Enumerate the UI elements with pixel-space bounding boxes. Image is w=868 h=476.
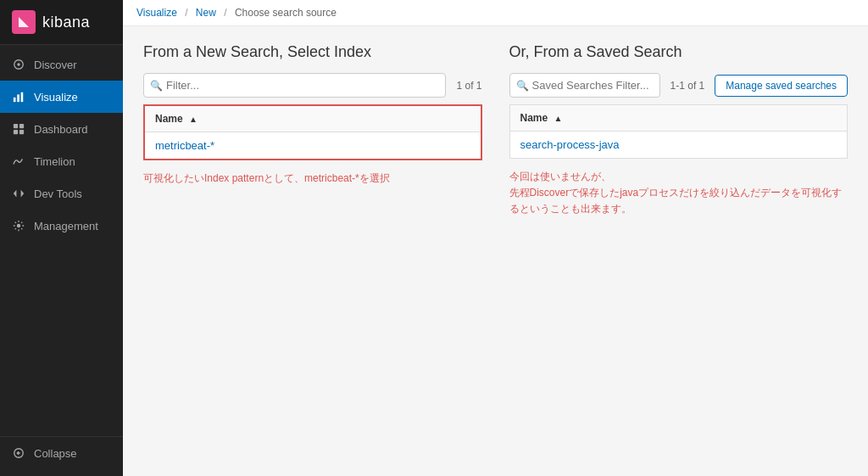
breadcrumb-sep-1: / [185,7,187,19]
manage-saved-searches-button[interactable]: Manage saved searches [715,75,848,97]
saved-annotation-line2: 先程Discoverで保存したjavaプロセスだけを絞り込んだデータを可視化する… [509,187,843,215]
sidebar-nav: Discover Visualize Dashboard Timelion [0,45,123,436]
saved-search-panel: Or, From a Saved Search 🔍 1-1 of 1 Manag… [509,43,849,218]
sidebar-item-management-label: Management [34,220,98,232]
saved-table-header: Name ▲ [509,105,848,132]
saved-name-col-header[interactable]: Name ▲ [509,105,848,132]
index-table: Name ▲ metricbeat-* [143,104,482,160]
new-search-title: From a New Search, Select Index [143,43,482,61]
new-search-annotation: 可視化したいIndex patternとして、metricbeat-*を選択 [143,171,482,187]
collapse-icon [12,446,25,460]
saved-search-filter-input[interactable] [509,73,660,98]
discover-icon [12,58,25,71]
breadcrumb-new[interactable]: New [196,7,216,19]
sidebar-item-visualize[interactable]: Visualize [0,81,123,113]
svg-rect-6 [21,92,24,102]
sidebar-logo-text: kibana [42,14,90,31]
new-search-filter-row: 🔍 1 of 1 [143,73,482,98]
new-search-filter-input[interactable] [143,73,446,98]
table-row: metricbeat-* [144,132,481,160]
svg-point-11 [17,224,20,227]
table-row: search-process-java [509,132,848,159]
saved-search-filter-row: 🔍 1-1 of 1 Manage saved searches [509,73,849,98]
saved-search-count: 1-1 of 1 [670,80,705,92]
index-row-name[interactable]: metricbeat-* [144,132,481,160]
sidebar-item-dashboard[interactable]: Dashboard [0,113,123,145]
svg-rect-8 [19,124,24,128]
new-search-panel: From a New Search, Select Index 🔍 1 of 1… [143,43,482,187]
sidebar-item-visualize-label: Visualize [34,91,78,104]
svg-point-3 [17,63,20,66]
saved-search-input-wrapper: 🔍 [509,73,660,98]
timelion-icon [12,154,25,168]
saved-row-name[interactable]: search-process-java [509,132,848,159]
breadcrumb-current: Choose search source [235,7,337,19]
collapse-button[interactable]: Collapse [0,436,123,469]
saved-table-body: search-process-java [509,132,848,159]
svg-rect-10 [19,130,24,134]
sidebar-item-discover-label: Discover [34,59,77,71]
index-table-body: metricbeat-* [144,132,481,160]
svg-rect-4 [14,98,16,102]
sidebar-item-management[interactable]: Management [0,210,123,242]
saved-search-filter-icon: 🔍 [516,80,529,92]
saved-search-annotation: 今回は使いませんが、 先程Discoverで保存したjavaプロセスだけを絞り込… [509,169,849,218]
main-content: Visualize / New / Choose search source F… [123,0,868,476]
breadcrumb: Visualize / New / Choose search source [123,0,868,26]
management-icon [12,219,25,232]
dashboard-icon [12,122,25,136]
breadcrumb-sep-2: / [224,7,226,19]
sidebar-item-timelion-label: Timelion [34,155,75,168]
sidebar: kibana Discover Visualize Dashboard [0,0,123,476]
new-search-count: 1 of 1 [456,80,481,92]
svg-point-1 [25,16,30,21]
saved-name-col-label: Name [520,112,548,124]
new-search-filter-icon: 🔍 [150,80,163,92]
sidebar-item-devtools-label: Dev Tools [34,188,82,200]
saved-search-title: Or, From a Saved Search [509,43,849,61]
collapse-label: Collapse [34,447,77,460]
saved-search-table: Name ▲ search-process-java [509,104,849,159]
sidebar-item-discover[interactable]: Discover [0,48,123,81]
sidebar-bottom: Collapse [0,436,123,476]
visualize-icon [12,90,25,104]
search-panels: From a New Search, Select Index 🔍 1 of 1… [143,43,848,218]
sidebar-item-timelion[interactable]: Timelion [0,145,123,177]
devtools-icon [12,187,25,200]
index-name-col-label: Name [155,113,183,125]
new-search-input-wrapper: 🔍 [143,73,446,98]
svg-rect-9 [14,130,18,134]
svg-rect-7 [14,124,18,128]
saved-annotation-line1: 今回は使いませんが、 [509,171,611,182]
breadcrumb-visualize[interactable]: Visualize [136,7,177,19]
content-area: From a New Search, Select Index 🔍 1 of 1… [123,26,868,476]
sidebar-logo: kibana [0,0,123,45]
index-sort-icon: ▲ [189,115,198,124]
sidebar-item-devtools[interactable]: Dev Tools [0,177,123,210]
svg-rect-5 [17,94,19,102]
index-name-col-header[interactable]: Name ▲ [144,105,481,132]
sidebar-item-dashboard-label: Dashboard [34,123,88,136]
saved-sort-icon: ▲ [554,114,563,123]
kibana-icon [12,10,36,34]
index-table-header: Name ▲ [144,105,481,132]
